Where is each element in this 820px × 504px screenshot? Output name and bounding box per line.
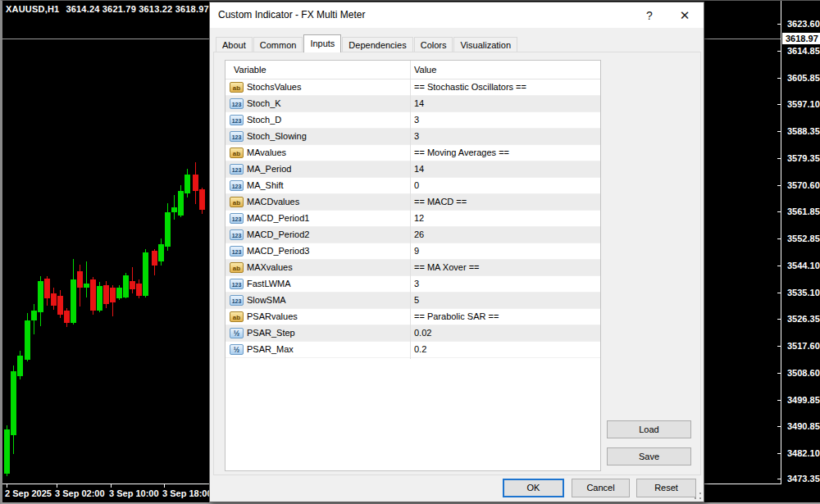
string-param-icon: ab (230, 82, 244, 93)
price-axis-tick (777, 426, 781, 427)
variable-name: PSARvalues (247, 311, 298, 321)
resize-grip[interactable] (694, 492, 701, 499)
variable-value[interactable]: 0.2 (414, 344, 426, 354)
price-axis-tick (777, 293, 781, 293)
table-row[interactable]: 123Stoch_K14 (226, 96, 600, 112)
variable-value[interactable]: 14 (414, 98, 424, 108)
column-header-value: Value (414, 65, 436, 75)
dialog-title-bar[interactable]: Custom Indicator - FX Multi Meter ? ✕ (210, 2, 704, 28)
reset-button[interactable]: Reset (636, 479, 696, 497)
dialog-title: Custom Indicator - FX Multi Meter (218, 9, 365, 20)
variable-name: MACDvalues (247, 197, 299, 207)
variable-value[interactable]: == Stochastic Oscillators == (414, 82, 526, 92)
price-axis-tick (777, 479, 781, 479)
candle-body (57, 296, 63, 315)
candle-body (103, 285, 109, 304)
string-param-icon: ab (230, 197, 244, 207)
variable-value[interactable]: 0 (414, 180, 419, 190)
price-axis-label: 3605.85 (783, 72, 820, 84)
candle-body (184, 175, 190, 193)
time-axis-tick (111, 484, 112, 488)
tab-colors[interactable]: Colors (414, 37, 453, 52)
variable-value[interactable]: 14 (414, 164, 424, 174)
variable-value[interactable]: == MA Xover == (414, 262, 480, 272)
chart-ohlc-values: 3614.24 3621.79 3613.22 3618.97 (66, 4, 208, 14)
price-axis-tick (777, 373, 781, 374)
integer-param-icon: 123 (230, 164, 244, 175)
table-row[interactable]: abMAXvalues== MA Xover == (226, 260, 600, 276)
price-axis-tick (777, 266, 781, 266)
save-button[interactable]: Save (607, 447, 691, 465)
table-row[interactable]: 123MACD_Period39 (226, 243, 600, 260)
variable-value[interactable]: 12 (414, 213, 424, 223)
candle-body (31, 311, 37, 320)
load-button[interactable]: Load (607, 420, 691, 438)
table-row[interactable]: 123MA_Shift0 (226, 178, 600, 194)
tab-bar: AboutCommonInputsDependenciesColorsVisua… (216, 35, 518, 52)
variable-value[interactable]: 5 (414, 295, 419, 305)
candle-body (158, 244, 164, 261)
tab-visualization[interactable]: Visualization (453, 37, 517, 52)
column-header-variable: Variable (234, 65, 266, 75)
candle-body (38, 281, 43, 312)
table-row[interactable]: abStochsValues== Stochastic Oscillators … (226, 79, 600, 96)
variable-value[interactable]: 3 (414, 279, 419, 288)
table-row[interactable]: abPSARvalues== Parabolic SAR == (226, 309, 600, 325)
price-axis-label: 3490.85 (783, 420, 820, 432)
candle-body (77, 271, 83, 288)
current-price-label: 3618.97 (782, 33, 820, 44)
variable-value[interactable]: == Moving Averages == (414, 148, 509, 157)
table-row[interactable]: abMAvalues== Moving Averages == (226, 145, 600, 161)
table-row[interactable]: ½PSAR_Step0.02 (226, 325, 600, 342)
variable-value[interactable]: 3 (414, 115, 419, 125)
integer-param-icon: 123 (230, 295, 244, 306)
price-axis-label: 3535.10 (783, 287, 820, 298)
tab-inputs[interactable]: Inputs (303, 34, 341, 52)
tab-about[interactable]: About (216, 37, 253, 52)
double-param-icon: ½ (230, 328, 244, 338)
variable-name: MACD_Period1 (247, 213, 309, 223)
column-separator (410, 61, 411, 359)
time-axis-label: 3 Sep 02:00 (55, 488, 105, 498)
table-row[interactable]: 123FastLWMA3 (226, 276, 600, 293)
variable-value[interactable]: 3 (414, 131, 419, 141)
candle-body (116, 288, 122, 298)
price-axis-tick (777, 51, 781, 52)
price-axis-label: 3544.10 (783, 260, 820, 271)
table-row[interactable]: 123MA_Period14 (226, 161, 600, 178)
table-row[interactable]: 123MACD_Period112 (226, 211, 600, 227)
variable-value[interactable]: 9 (414, 246, 419, 256)
table-row[interactable]: abMACDvalues== MACD == (226, 194, 600, 211)
tab-dependencies[interactable]: Dependencies (342, 37, 412, 52)
ok-button[interactable]: OK (503, 479, 564, 497)
time-axis-label: 2 Sep 2025 (5, 488, 52, 498)
variable-name: PSAR_Step (247, 328, 295, 338)
candle-body (130, 281, 135, 289)
price-axis-label: 3561.85 (783, 206, 820, 217)
price-axis-label: 3508.60 (783, 367, 820, 379)
price-axis-tick (777, 319, 781, 320)
table-row[interactable]: 123SlowSMA5 (226, 293, 600, 309)
variable-value[interactable]: 26 (414, 229, 424, 239)
candle-body (64, 311, 70, 323)
variable-value[interactable]: == Parabolic SAR == (414, 311, 499, 321)
table-row[interactable]: 123MACD_Period226 (226, 227, 600, 243)
tab-common[interactable]: Common (253, 37, 303, 52)
price-axis-label: 3570.60 (783, 179, 820, 191)
cancel-button[interactable]: Cancel (572, 479, 630, 497)
help-button[interactable]: ? (641, 7, 658, 24)
table-row[interactable]: 123Stoch_D3 (226, 112, 600, 129)
candle-body (71, 279, 76, 323)
integer-param-icon: 123 (230, 229, 244, 240)
price-axis-label: 3588.35 (783, 125, 820, 137)
table-row[interactable]: 123Stoch_Slowing3 (226, 129, 600, 145)
integer-param-icon: 123 (230, 115, 244, 125)
variable-name: MACD_Period3 (247, 246, 309, 256)
string-param-icon: ab (230, 262, 244, 273)
close-icon[interactable]: ✕ (676, 7, 694, 25)
variable-value[interactable]: == MACD == (414, 197, 467, 207)
price-axis-tick (777, 211, 781, 212)
table-row[interactable]: ½PSAR_Max0.2 (226, 342, 600, 358)
variable-value[interactable]: 0.02 (414, 328, 431, 338)
candle-body (44, 279, 50, 298)
